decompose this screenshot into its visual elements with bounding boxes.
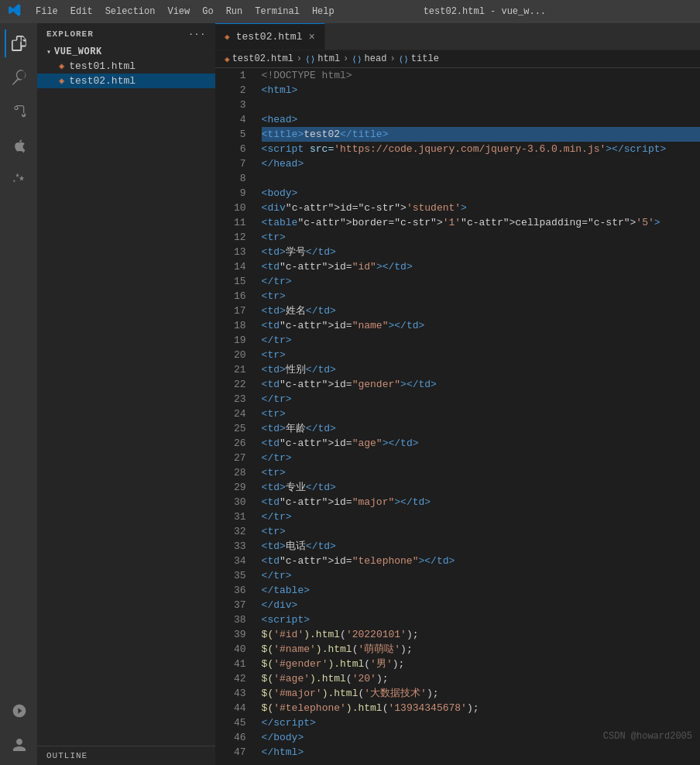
breadcrumb-file[interactable]: ◈ test02.html — [225, 53, 293, 64]
table-row: <head> — [262, 112, 700, 127]
table-row: <td>专业</td> — [262, 480, 700, 495]
table-row: <td "c-attr">id="major"></td> — [262, 495, 700, 509]
table-row: </tr> — [262, 333, 700, 348]
menu-file[interactable]: File — [31, 5, 63, 19]
menu-bar: File Edit Selection View Go Run Terminal… — [31, 5, 339, 19]
breadcrumb-file-icon: ◈ — [225, 54, 230, 64]
table-row: <td "c-attr">id="gender"></td> — [262, 377, 700, 392]
menu-edit[interactable]: Edit — [66, 5, 98, 19]
menu-view[interactable]: View — [163, 5, 194, 19]
table-row: $('#age').html('20'); — [262, 671, 700, 686]
table-row: <html> — [262, 83, 700, 98]
watermark: CSDN @howard2005 — [603, 731, 692, 742]
menu-run[interactable]: Run — [221, 5, 248, 19]
table-row — [262, 171, 700, 186]
table-row: <div "c-attr">id="c-str">'student'> — [262, 201, 700, 215]
file-icon-test01: ◈ — [59, 60, 64, 72]
table-row: $('#gender').html('男'); — [262, 657, 700, 671]
table-row: $('#telephone').html('13934345678'); — [262, 701, 700, 715]
activity-bar-bottom — [5, 697, 33, 765]
table-row: <td>年龄</td> — [262, 421, 700, 436]
table-row: <tr> — [262, 465, 700, 480]
table-row: </tr> — [262, 451, 700, 465]
line-numbers: 1234567891011121314151617181920212223242… — [215, 68, 259, 765]
folder-arrow-icon: ▾ — [46, 47, 51, 57]
tab-bar: ◈ test02.html × — [215, 23, 700, 50]
breadcrumb-head-label: head — [365, 53, 387, 64]
table-row: </html> — [262, 745, 700, 760]
menu-terminal[interactable]: Terminal — [250, 5, 304, 19]
table-row: <td "c-attr">id="id"></td> — [262, 259, 700, 274]
breadcrumb-html-icon: ⟨⟩ — [305, 54, 315, 64]
table-row: <tr> — [262, 524, 700, 539]
table-row: <td>学号</td> — [262, 245, 700, 259]
table-row: <tr> — [262, 230, 700, 245]
menu-help[interactable]: Help — [307, 5, 339, 19]
breadcrumb: ◈ test02.html › ⟨⟩ html › ⟨⟩ head › ⟨⟩ t… — [215, 50, 700, 68]
debug-activity-icon[interactable] — [5, 132, 33, 160]
table-row: $('#name').html('萌萌哒'); — [262, 642, 700, 657]
outline-section: OUTLINE — [37, 746, 215, 765]
activity-bar — [0, 23, 37, 765]
table-row: <tr> — [262, 407, 700, 421]
explorer-activity-icon[interactable] — [5, 29, 33, 57]
account-activity-icon[interactable] — [5, 731, 33, 759]
breadcrumb-head[interactable]: ⟨⟩ head — [352, 53, 386, 64]
table-row: $('#id').html('20220101'); — [262, 627, 700, 642]
table-row: </tr> — [262, 509, 700, 524]
table-row: <td "c-attr">id="telephone"></td> — [262, 554, 700, 568]
breadcrumb-sep-1: › — [297, 53, 302, 64]
table-row: <td>姓名</td> — [262, 304, 700, 318]
menu-selection[interactable]: Selection — [101, 5, 160, 19]
breadcrumb-title-icon: ⟨⟩ — [399, 54, 409, 64]
title-bar: File Edit Selection View Go Run Terminal… — [0, 0, 700, 23]
file-test01[interactable]: ◈ test01.html — [37, 59, 215, 74]
tab-close-button[interactable]: × — [308, 31, 314, 43]
table-row: </table> — [262, 583, 700, 598]
breadcrumb-sep-3: › — [389, 53, 395, 64]
table-row: <td "c-attr">id="name"></td> — [262, 318, 700, 333]
table-row: </script> — [262, 715, 700, 730]
table-row: </head> — [262, 156, 700, 171]
file-icon-test02: ◈ — [59, 75, 64, 87]
table-row: <td>性别</td> — [262, 362, 700, 377]
file-name-test02: test02.html — [69, 75, 136, 87]
main-layout: EXPLORER ··· ▾ VUE_WORK ◈ test01.html ◈ … — [0, 23, 700, 765]
file-test02[interactable]: ◈ test02.html — [37, 74, 215, 88]
breadcrumb-html[interactable]: ⟨⟩ html — [305, 53, 340, 64]
table-row: <td "c-attr">id="age"></td> — [262, 436, 700, 451]
sidebar-ellipsis[interactable]: ··· — [188, 29, 206, 39]
table-row: <td>电话</td> — [262, 539, 700, 554]
breadcrumb-title[interactable]: ⟨⟩ title — [399, 53, 439, 64]
breadcrumb-title-label: title — [411, 53, 439, 64]
table-row: $('#major').html('大数据技术'); — [262, 686, 700, 701]
table-row: </tr> — [262, 274, 700, 289]
code-content[interactable]: <!DOCTYPE html><html> <head> <title>test… — [259, 68, 700, 765]
table-row: </div> — [262, 598, 700, 612]
remote-activity-icon[interactable] — [5, 697, 33, 725]
table-row: <tr> — [262, 289, 700, 304]
tab-test02[interactable]: ◈ test02.html × — [215, 23, 325, 50]
tab-file-icon: ◈ — [225, 32, 230, 42]
table-row: <tr> — [262, 348, 700, 362]
sidebar-header-icons: ··· — [188, 29, 206, 39]
folder-vue-work[interactable]: ▾ VUE_WORK — [37, 45, 215, 59]
source-control-activity-icon[interactable] — [5, 98, 33, 125]
sidebar-title: EXPLORER — [46, 29, 94, 39]
table-row: <!DOCTYPE html> — [262, 68, 700, 83]
table-row: <title>test02</title> — [262, 127, 700, 142]
breadcrumb-head-icon: ⟨⟩ — [352, 54, 362, 64]
search-activity-icon[interactable] — [5, 63, 33, 91]
table-row: </tr> — [262, 568, 700, 583]
code-editor[interactable]: 1234567891011121314151617181920212223242… — [215, 68, 700, 765]
folder-name: VUE_WORK — [54, 46, 102, 57]
editor-area: ◈ test02.html × ◈ test02.html › ⟨⟩ html … — [215, 23, 700, 765]
extensions-activity-icon[interactable] — [5, 166, 33, 194]
table-row: </tr> — [262, 392, 700, 407]
tab-label: test02.html — [236, 31, 303, 43]
vscode-logo — [8, 3, 22, 21]
table-row: <body> — [262, 186, 700, 201]
menu-go[interactable]: Go — [197, 5, 218, 19]
sidebar-header: EXPLORER ··· — [37, 23, 215, 45]
sidebar: EXPLORER ··· ▾ VUE_WORK ◈ test01.html ◈ … — [37, 23, 215, 765]
